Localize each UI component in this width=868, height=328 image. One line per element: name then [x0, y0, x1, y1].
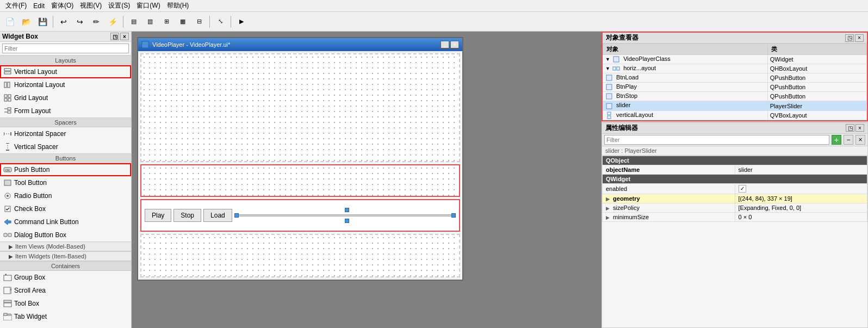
obj-inspector-float-btn[interactable]: ◳: [845, 34, 854, 42]
menu-form[interactable]: 窗体(O): [48, 0, 77, 11]
toolbar-layout-form-btn[interactable]: ▦: [175, 14, 190, 29]
property-delete-btn[interactable]: ×: [855, 135, 865, 145]
widget-item-check-box[interactable]: Check Box: [0, 202, 131, 215]
resize-handle-bottom[interactable]: [345, 219, 349, 223]
prop-value-objectname[interactable]: slider: [735, 165, 867, 174]
widget-item-radio-button[interactable]: Radio Button: [0, 189, 131, 202]
toolbar-widget-edit-btn[interactable]: ✏: [89, 14, 104, 29]
svg-rect-43: [606, 94, 612, 99]
enabled-checkbox[interactable]: ✓: [739, 185, 746, 193]
obj-name: horiz...ayout: [623, 65, 656, 71]
widget-item-command-link-button[interactable]: Command Link Button: [0, 215, 131, 228]
widget-item-label: Check Box: [14, 205, 46, 213]
svg-rect-1: [4, 72, 11, 74]
table-row[interactable]: verticalLayout QVBoxLayout: [603, 110, 867, 120]
table-row[interactable]: BtnLoad QPushButton: [603, 73, 867, 83]
widget-item-vertical-spacer[interactable]: Vertical Spacer: [0, 140, 131, 153]
widget-item-horizontal-layout[interactable]: Horizontal Layout: [0, 78, 131, 91]
widget-item-vertical-layout[interactable]: Vertical Layout: [0, 65, 131, 78]
prop-editor-close-btn[interactable]: ×: [855, 124, 864, 132]
menu-file[interactable]: 文件(F): [2, 0, 30, 11]
designer-close-btn[interactable]: ×: [450, 41, 459, 48]
radio-button-icon: [3, 191, 12, 200]
menu-window[interactable]: 窗口(W): [133, 0, 163, 11]
horizontal-layout-icon: [3, 81, 12, 89]
obj-inspector-close-btn[interactable]: ×: [855, 34, 864, 42]
toolbar-new-btn[interactable]: 📄: [2, 14, 17, 29]
toolbar-signal-slot-btn[interactable]: ⚡: [105, 14, 120, 29]
property-table: QObject objectName slider QWidget enable…: [602, 156, 867, 222]
slider-track[interactable]: [234, 214, 456, 216]
widget-item-label: Dialog Button Box: [14, 231, 66, 239]
property-add-btn[interactable]: +: [832, 135, 841, 145]
table-row[interactable]: ▼ horiz...ayout QHBoxLayout: [603, 64, 867, 73]
menu-settings[interactable]: 设置(S): [105, 0, 133, 11]
toolbar-save-btn[interactable]: 💾: [35, 14, 50, 29]
svg-rect-5: [8, 95, 11, 97]
property-filter-input[interactable]: [604, 135, 829, 145]
toolbar-undo-btn[interactable]: ↩: [56, 14, 71, 29]
resize-handle-top[interactable]: [345, 208, 349, 212]
table-row[interactable]: BtnStop QPushButton: [603, 92, 867, 101]
toolbar-redo-btn[interactable]: ↪: [72, 14, 88, 29]
svg-rect-26: [8, 233, 11, 237]
widget-box-float-btn[interactable]: ◳: [110, 33, 119, 40]
obj-class: PlayerSlider: [767, 101, 866, 110]
widget-box-header: Widget Box ◳ ×: [0, 32, 131, 42]
category-item-widgets[interactable]: ▶ Item Widgets (Item-Based): [0, 251, 131, 261]
widget-box: Widget Box ◳ × Layouts Vertical Layout: [0, 32, 132, 328]
toolbar-layout-break-btn[interactable]: ⊟: [191, 14, 207, 29]
widget-item-form-layout[interactable]: Form Layout: [0, 104, 131, 117]
widget-item-label: Form Layout: [14, 107, 51, 115]
obj-class: QVBoxLayout: [767, 110, 866, 120]
table-row[interactable]: ▶ geometry [(244, 84), 337 × 19]: [603, 194, 867, 203]
toolbar-layout-grid-btn[interactable]: ⊞: [159, 14, 174, 29]
toolbar-layout-v-btn[interactable]: ▥: [142, 14, 158, 29]
widget-item-tool-button[interactable]: Tool Button: [0, 176, 131, 189]
minimumsize-expand-btn[interactable]: ▶: [606, 215, 611, 220]
resize-handle-right[interactable]: [451, 213, 456, 218]
widget-box-close-btn[interactable]: ×: [120, 33, 129, 40]
table-row[interactable]: objectName slider: [603, 165, 867, 174]
stop-button[interactable]: Stop: [173, 209, 201, 222]
table-row[interactable]: ▶ minimumSize 0 × 0: [603, 212, 867, 221]
grid-layout-icon: [3, 94, 12, 102]
widget-item-push-button[interactable]: OK Push Button: [0, 163, 131, 176]
menu-edit[interactable]: Edit: [30, 1, 48, 11]
table-row[interactable]: ▶ sizePolicy [Expanding, Fixed, 0, 0]: [603, 203, 867, 212]
sizepolicy-expand-btn[interactable]: ▶: [606, 206, 611, 211]
obj-class: QPushButton: [767, 73, 866, 83]
property-minus-btn[interactable]: −: [844, 135, 853, 145]
play-button[interactable]: Play: [145, 209, 171, 222]
table-row[interactable]: slider PlayerSlider: [603, 101, 867, 110]
resize-handle-left[interactable]: [234, 213, 239, 218]
menu-view[interactable]: 视图(V): [77, 0, 105, 11]
table-row[interactable]: ▼ VideoPlayerClass QWidget: [603, 55, 867, 64]
widget-item-group-box[interactable]: ■ Group Box: [0, 271, 131, 284]
widget-item-scroll-area[interactable]: Scroll Area: [0, 284, 131, 297]
prop-name-geometry: ▶ geometry: [603, 194, 735, 203]
widget-item-tab-widget[interactable]: Tab Widget: [0, 310, 131, 323]
item-widgets-arrow: ▶: [9, 253, 13, 259]
category-item-views[interactable]: ▶ Item Views (Model-Based): [0, 242, 131, 251]
toolbar-adjust-size-btn[interactable]: ⤡: [213, 14, 228, 29]
widget-item-tool-box[interactable]: Tool Box: [0, 297, 131, 310]
prop-value-geometry[interactable]: [(244, 84), 337 × 19]: [735, 194, 867, 203]
toolbar-open-btn[interactable]: 📂: [18, 14, 34, 29]
toolbar-sep-1: [53, 16, 53, 28]
toolbar-preview-btn[interactable]: ▶: [234, 14, 249, 29]
toolbar-layout-h-btn[interactable]: ▤: [126, 14, 141, 29]
widget-box-filter-input[interactable]: [2, 44, 129, 53]
menu-help[interactable]: 帮助(H): [164, 0, 193, 11]
widget-item-horizontal-spacer[interactable]: Horizontal Spacer: [0, 127, 131, 140]
geometry-expand-btn[interactable]: ▶: [606, 196, 611, 202]
designer-minimize-btn[interactable]: _: [441, 41, 449, 48]
load-button[interactable]: Load: [203, 209, 232, 222]
table-row[interactable]: enabled ✓: [603, 183, 867, 194]
widget-item-grid-layout[interactable]: Grid Layout: [0, 91, 131, 104]
svg-rect-29: [4, 287, 10, 294]
widget-item-dialog-button-box[interactable]: Dialog Button Box: [0, 228, 131, 242]
prop-editor-float-btn[interactable]: ◳: [846, 124, 854, 132]
table-row[interactable]: BtnPlay QPushButton: [603, 83, 867, 92]
category-buttons: Buttons: [0, 153, 131, 163]
